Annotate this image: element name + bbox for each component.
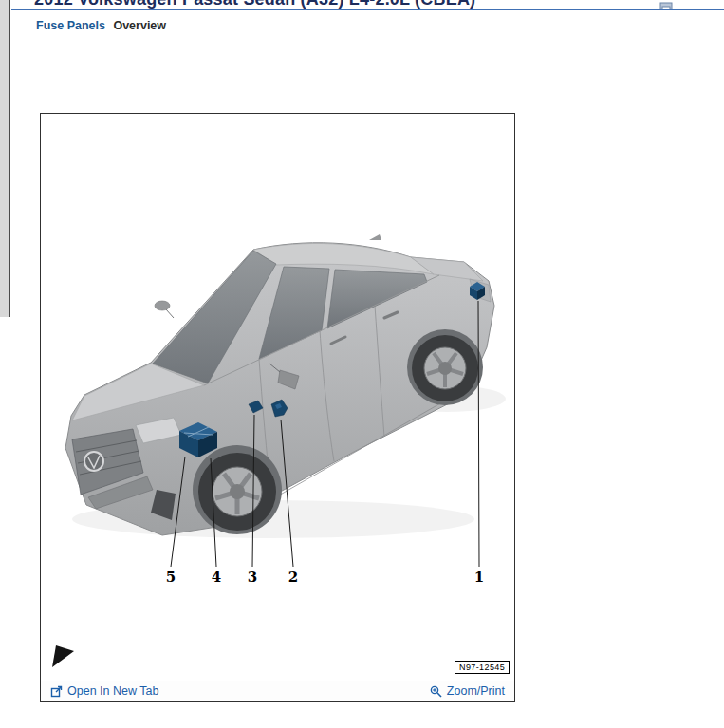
zoom-print-label: Zoom/Print bbox=[447, 684, 505, 698]
printer-icon bbox=[659, 0, 674, 9]
callout-1: 1 bbox=[472, 569, 487, 586]
page: 2012 Volkswagen Passat Sedan (A32) L4-2.… bbox=[0, 0, 724, 728]
breadcrumb-section-link[interactable]: Fuse Panels bbox=[36, 19, 105, 32]
open-in-new-tab-icon bbox=[50, 685, 63, 698]
figure-panel: 1 2 3 4 5 N97-12545 Open In New Tab bbox=[40, 113, 515, 702]
header-divider bbox=[11, 9, 724, 10]
figure-area: 1 2 3 4 5 N97-12545 bbox=[41, 114, 514, 681]
left-frame-edge bbox=[0, 0, 10, 317]
callout-5: 5 bbox=[163, 569, 178, 586]
front-wheel bbox=[198, 453, 276, 531]
car-illustration bbox=[41, 114, 514, 681]
open-in-new-tab-label: Open In New Tab bbox=[67, 684, 158, 698]
figure-footer: Open In New Tab Zoom/Print bbox=[41, 681, 514, 700]
callout-4: 4 bbox=[209, 569, 224, 586]
breadcrumb: Fuse Panels Overview bbox=[36, 19, 166, 32]
callout-3: 3 bbox=[245, 569, 260, 586]
direction-arrow-icon bbox=[52, 645, 74, 667]
callout-2: 2 bbox=[286, 569, 301, 586]
breadcrumb-current: Overview bbox=[113, 19, 166, 32]
header-tool-icon[interactable] bbox=[659, 0, 676, 9]
open-in-new-tab-link[interactable]: Open In New Tab bbox=[50, 684, 158, 698]
figure-id-label: N97-12545 bbox=[455, 661, 510, 674]
magnifier-plus-icon bbox=[430, 685, 442, 698]
zoom-print-link[interactable]: Zoom/Print bbox=[430, 684, 505, 698]
rear-wheel bbox=[412, 335, 478, 401]
